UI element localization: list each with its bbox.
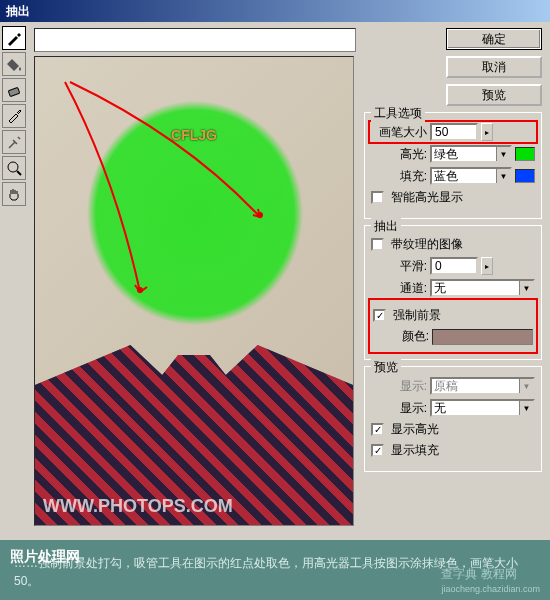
show-original-row: 显示: 原稿▼	[371, 377, 535, 395]
brush-preview	[34, 28, 356, 52]
window-title: 抽出	[6, 3, 30, 20]
tool-options-group: 工具选项 画笔大小 ▸ 高光: 绿色▼ 填充: 蓝色▼ 智能高光显示	[364, 112, 542, 219]
smart-highlight-row: 智能高光显示	[371, 189, 535, 206]
chevron-down-icon: ▼	[496, 147, 510, 161]
brush-size-label: 画笔大小	[371, 124, 427, 141]
textured-checkbox[interactable]	[371, 238, 384, 251]
show-fill-row: 显示填充	[371, 442, 535, 459]
preview-group: 预览 显示: 原稿▼ 显示: 无▼ 显示高光 显示填充	[364, 366, 542, 472]
smooth-row: 平滑: ▸	[371, 257, 535, 275]
show-fill-checkbox[interactable]	[371, 444, 384, 457]
force-fg-label: 强制前景	[393, 307, 441, 324]
preview-button[interactable]: 预览	[446, 84, 542, 106]
show-row: 显示: 无▼	[371, 399, 535, 417]
brush-size-row: 画笔大小 ▸	[371, 123, 535, 141]
force-foreground-checkbox[interactable]	[373, 309, 386, 322]
zoom-tool[interactable]	[2, 156, 26, 180]
red-sample-dot-2	[257, 212, 263, 218]
highlight-label: 高光:	[371, 146, 427, 163]
channel-row: 通道: 无▼	[371, 279, 535, 297]
options-panel: 确定 取消 预览 工具选项 画笔大小 ▸ 高光: 绿色▼ 填充: 蓝色▼ 智能	[360, 22, 550, 540]
ok-button[interactable]: 确定	[446, 28, 542, 50]
fg-color-row: 颜色:	[373, 328, 533, 345]
eyedropper-tool[interactable]	[2, 104, 26, 128]
highlight-select[interactable]: 绿色▼	[430, 145, 512, 163]
svg-rect-0	[8, 87, 19, 96]
extraction-group: 抽出 带纹理的图像 平滑: ▸ 通道: 无▼ 强制前景 颜色:	[364, 225, 542, 360]
fg-color-label: 颜色:	[373, 328, 429, 345]
textured-label: 带纹理的图像	[391, 236, 463, 253]
highlight-color-row: 高光: 绿色▼	[371, 145, 535, 163]
highlight-swatch[interactable]	[515, 147, 535, 161]
annotation-arrow-2	[65, 77, 285, 237]
smooth-input[interactable]	[430, 257, 478, 275]
chevron-down-icon: ▼	[519, 401, 533, 415]
smooth-spinner[interactable]: ▸	[481, 257, 493, 275]
show-original-select: 原稿▼	[430, 377, 535, 395]
brush-size-spinner[interactable]: ▸	[481, 123, 493, 141]
fill-swatch[interactable]	[515, 169, 535, 183]
brush-size-input[interactable]	[430, 123, 478, 141]
footer-tag: 查字典 教程网 jiaocheng.chazidian.com	[441, 565, 540, 597]
main-area: CFLJG WWW.PHOTOPS.COM 确定 取消 预览 工具选项 画笔大小…	[0, 22, 550, 540]
smooth-label: 平滑:	[371, 258, 427, 275]
toolbar	[0, 22, 30, 540]
svg-point-1	[8, 162, 18, 172]
hand-tool[interactable]	[2, 182, 26, 206]
eraser-tool[interactable]	[2, 78, 26, 102]
preview-canvas[interactable]: CFLJG WWW.PHOTOPS.COM	[34, 56, 354, 526]
smart-highlight-checkbox[interactable]	[371, 191, 384, 204]
cancel-button[interactable]: 取消	[446, 56, 542, 78]
show-select[interactable]: 无▼	[430, 399, 535, 417]
tool-options-legend: 工具选项	[371, 105, 425, 122]
footer-brand: 照片处理网	[10, 546, 80, 567]
svg-line-2	[17, 171, 21, 175]
chevron-down-icon: ▼	[519, 379, 533, 393]
fill-tool[interactable]	[2, 52, 26, 76]
fill-color-row: 填充: 蓝色▼	[371, 167, 535, 185]
title-bar: 抽出	[0, 0, 550, 22]
show-label: 显示:	[371, 400, 427, 417]
preview-area: CFLJG WWW.PHOTOPS.COM	[30, 22, 360, 540]
channel-label: 通道:	[371, 280, 427, 297]
extraction-legend: 抽出	[371, 218, 401, 235]
show-highlight-checkbox[interactable]	[371, 423, 384, 436]
show-disabled-label: 显示:	[371, 378, 427, 395]
cleanup-tool[interactable]	[2, 130, 26, 154]
red-sample-dot-1	[137, 287, 143, 293]
show-fill-label: 显示填充	[391, 442, 439, 459]
fill-label: 填充:	[371, 168, 427, 185]
chevron-down-icon: ▼	[496, 169, 510, 183]
highlighter-tool[interactable]	[2, 26, 26, 50]
fill-select[interactable]: 蓝色▼	[430, 167, 512, 185]
tutorial-footer: 照片处理网 ……强制前景处打勾，吸管工具在图示的红点处取色，用高光器工具按图示涂…	[0, 540, 550, 600]
site-watermark: WWW.PHOTOPS.COM	[43, 496, 233, 517]
show-highlight-row: 显示高光	[371, 421, 535, 438]
force-fg-row: 强制前景	[373, 307, 533, 324]
fg-color-swatch[interactable]	[432, 329, 533, 345]
preview-legend: 预览	[371, 359, 401, 376]
force-fg-box: 强制前景 颜色:	[371, 301, 535, 351]
chevron-down-icon: ▼	[519, 281, 533, 295]
channel-select[interactable]: 无▼	[430, 279, 535, 297]
smart-highlight-label: 智能高光显示	[391, 189, 463, 206]
show-highlight-label: 显示高光	[391, 421, 439, 438]
textured-row: 带纹理的图像	[371, 236, 535, 253]
